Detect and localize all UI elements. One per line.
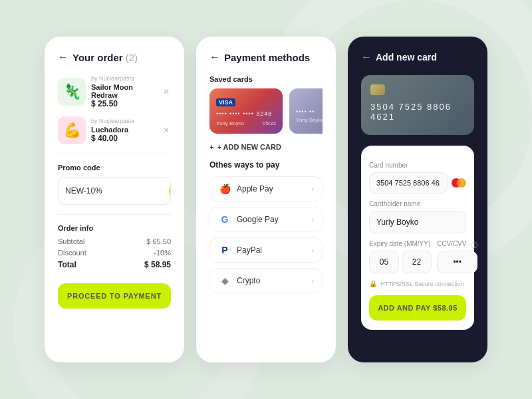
card-chip-icon: [370, 84, 385, 95]
card-1-expiry: 05/23: [263, 120, 276, 126]
google-pay-option[interactable]: G Google Pay ›: [209, 207, 323, 232]
paypal-icon: P: [218, 245, 231, 255]
payment-header: ← Payment methods: [209, 51, 323, 63]
order-item-1-image: 🦎: [58, 78, 86, 106]
order-item-2-name: Luchadora: [91, 126, 156, 134]
order-item-2: 💪 by Nuclearpasta Luchadora $ 40.00 ✕: [58, 116, 171, 144]
lock-icon: 🔒: [369, 280, 377, 287]
add-card-link[interactable]: + + ADD NEW CARD: [209, 143, 323, 151]
promo-label: Promo code: [58, 164, 171, 172]
order-item-1-remove[interactable]: ✕: [162, 86, 171, 98]
order-title: Your order (2): [72, 52, 138, 63]
expiry-section: Expiry date (MM/YY): [369, 233, 432, 273]
card-preview-number: 3504 7525 8806 4621: [370, 102, 465, 122]
order-item-2-price: $ 40.00: [91, 134, 156, 143]
card-preview: 3504 7525 8806 4621: [361, 75, 474, 135]
cvv-input[interactable]: [437, 251, 477, 273]
total-row: Total $ 58.95: [58, 260, 171, 269]
crypto-chevron: ›: [312, 277, 314, 285]
payment-title: Payment methods: [224, 52, 310, 63]
paypal-chevron: ›: [312, 247, 314, 254]
discount-row: Discount -10%: [58, 249, 171, 257]
expiry-cvv-row: Expiry date (MM/YY) CCV/CVV ⓘ: [369, 233, 466, 273]
addcard-panel: ← Add new card 3504 7525 8806 4621 Card …: [348, 37, 487, 362]
card-2-number: •••• ••: [296, 108, 323, 115]
card-number-input[interactable]: [369, 172, 448, 194]
paypal-label: PayPal: [237, 245, 262, 255]
card-2-holder: Yuriy Boyko: [296, 117, 323, 123]
promo-input[interactable]: [65, 186, 165, 196]
cardholder-input[interactable]: [369, 211, 466, 233]
order-panel: ← Your order (2) 🦎 by Nuclearpasta Sailo…: [45, 37, 184, 362]
crypto-option[interactable]: ◆ Crypto ›: [209, 268, 323, 293]
saved-cards-label: Saved cards: [209, 75, 323, 83]
add-card-label: + ADD NEW CARD: [217, 143, 281, 151]
card-1-brand: VISA: [216, 98, 235, 106]
expiry-month-input[interactable]: [369, 251, 399, 273]
order-item-1-name: Sailor Moon Redraw: [91, 83, 156, 99]
crypto-icon: ◆: [218, 275, 231, 286]
cvv-info-icon: ⓘ: [471, 241, 477, 250]
proceed-button[interactable]: PROCEED TO PAYMENT: [58, 283, 171, 309]
mastercard-icon: [452, 178, 466, 188]
apple-pay-icon: 🍎: [218, 184, 231, 194]
addcard-back-arrow[interactable]: ←: [361, 51, 372, 63]
expiry-label: Expiry date (MM/YY): [369, 240, 432, 247]
card-1-bottom: Yuriy Boyko 05/23: [216, 118, 276, 126]
order-item-1-price: $ 25.50: [91, 99, 156, 108]
plus-icon: +: [209, 143, 213, 151]
order-item-1-by: by Nuclearpasta: [91, 75, 156, 82]
order-back-arrow[interactable]: ←: [58, 51, 68, 63]
apple-pay-option[interactable]: 🍎 Apple Pay ›: [209, 176, 323, 201]
divider-1: [58, 154, 171, 154]
apple-pay-label: Apple Pay: [237, 184, 273, 194]
order-item-1: 🦎 by Nuclearpasta Sailor Moon Redraw $ 2…: [58, 75, 171, 108]
order-item-2-image: 💪: [58, 116, 86, 144]
order-item-1-info: by Nuclearpasta Sailor Moon Redraw $ 25.…: [91, 75, 156, 108]
saved-card-2[interactable]: •••• •• Yuriy Boyko: [289, 88, 323, 134]
addcard-header: ← Add new card: [361, 51, 474, 63]
order-header: ← Your order (2): [58, 51, 171, 63]
apple-pay-chevron: ›: [312, 186, 314, 193]
card-number-label: Card number: [369, 162, 466, 169]
order-item-2-by: by Nuclearpasta: [91, 118, 156, 124]
subtotal-row: Subtotal $ 65.50: [58, 237, 171, 245]
crypto-label: Crypto: [237, 276, 260, 285]
addcard-title: Add new card: [376, 52, 437, 63]
google-pay-chevron: ›: [312, 216, 314, 223]
cardholder-label: Cardholder name: [369, 200, 466, 207]
google-pay-icon: G: [218, 214, 231, 225]
card-1-holder: Yuriy Boyko: [216, 120, 244, 126]
cvv-section: CCV/CVV ⓘ: [437, 233, 477, 273]
order-item-2-remove[interactable]: ✕: [162, 124, 171, 136]
saved-cards-row: VISA •••• •••• •••• 3248 Yuriy Boyko 05/…: [209, 88, 323, 134]
other-ways-label: Othes ways to pay: [209, 160, 323, 170]
order-item-2-info: by Nuclearpasta Luchadora $ 40.00: [91, 118, 156, 143]
card-1-number: •••• •••• •••• 3248: [216, 110, 276, 117]
add-pay-button[interactable]: ADD AND PAY $58.95: [369, 295, 466, 321]
promo-check-icon: ✓: [169, 183, 171, 199]
divider-2: [58, 214, 171, 215]
cvv-label: CCV/CVV: [437, 240, 466, 247]
google-pay-label: Google Pay: [237, 215, 279, 224]
card-number-row: [369, 172, 466, 194]
order-info-label: Order info: [58, 224, 171, 232]
payment-panel: ← Payment methods Saved cards VISA •••• …: [196, 37, 336, 362]
saved-card-1[interactable]: VISA •••• •••• •••• 3248 Yuriy Boyko 05/…: [209, 88, 283, 134]
ssl-notice: 🔒 HTTPS/SSL Secure connection: [369, 280, 466, 287]
promo-row: ✓: [58, 177, 171, 205]
expiry-year-input[interactable]: [402, 251, 432, 273]
payment-back-arrow[interactable]: ←: [209, 51, 220, 63]
paypal-option[interactable]: P PayPal ›: [209, 237, 323, 263]
